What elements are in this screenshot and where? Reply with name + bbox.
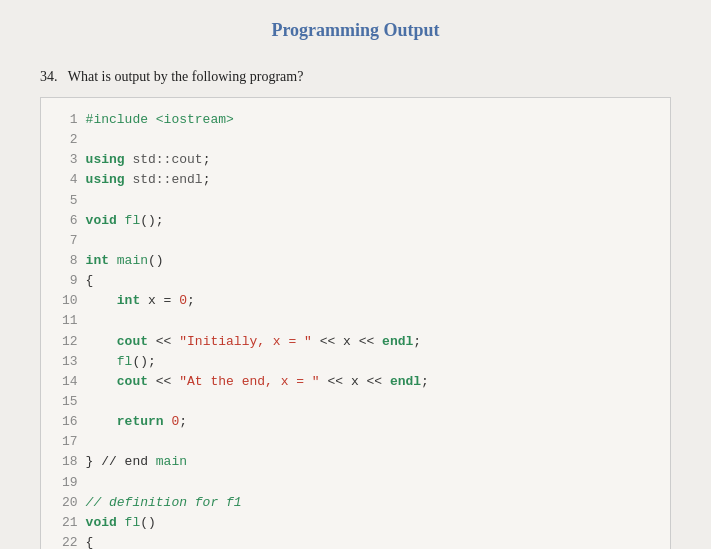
line-content: using std::cout; [82,150,670,170]
line-content: void fl(); [82,211,670,231]
code-block: 1#include <iostream>2 3using std::cout;4… [40,97,671,549]
table-row: 3using std::cout; [41,150,670,170]
table-row: 16 return 0; [41,412,670,432]
line-content: fl(); [82,352,670,372]
line-content [82,191,670,211]
line-number: 8 [41,251,82,271]
line-content: cout << "At the end, x = " << x << endl; [82,372,670,392]
table-row: 17 [41,432,670,452]
code-table: 1#include <iostream>2 3using std::cout;4… [41,110,670,549]
line-number: 7 [41,231,82,251]
line-content: return 0; [82,412,670,432]
table-row: 14 cout << "At the end, x = " << x << en… [41,372,670,392]
table-row: 19 [41,473,670,493]
page-title: Programming Output [40,20,671,41]
line-number: 2 [41,130,82,150]
line-content [82,432,670,452]
table-row: 15 [41,392,670,412]
line-number: 1 [41,110,82,130]
table-row: 20// definition for f1 [41,493,670,513]
line-number: 14 [41,372,82,392]
table-row: 11 [41,311,670,331]
line-content [82,130,670,150]
line-number: 20 [41,493,82,513]
line-number: 18 [41,452,82,472]
line-number: 15 [41,392,82,412]
table-row: 22{ [41,533,670,549]
line-number: 11 [41,311,82,331]
line-number: 10 [41,291,82,311]
question-container: 34. What is output by the following prog… [40,69,671,549]
line-number: 19 [41,473,82,493]
table-row: 9{ [41,271,670,291]
line-content: using std::endl; [82,170,670,190]
line-content: void fl() [82,513,670,533]
line-content: int x = 0; [82,291,670,311]
table-row: 7 [41,231,670,251]
line-number: 3 [41,150,82,170]
line-content [82,311,670,331]
line-number: 17 [41,432,82,452]
line-content [82,473,670,493]
line-content: #include <iostream> [82,110,670,130]
line-content: { [82,533,670,549]
line-content: // definition for f1 [82,493,670,513]
question-text: 34. What is output by the following prog… [40,69,671,85]
line-content: cout << "Initially, x = " << x << endl; [82,332,670,352]
line-number: 6 [41,211,82,231]
line-number: 12 [41,332,82,352]
table-row: 10 int x = 0; [41,291,670,311]
table-row: 1#include <iostream> [41,110,670,130]
table-row: 4using std::endl; [41,170,670,190]
line-number: 16 [41,412,82,432]
line-number: 21 [41,513,82,533]
line-number: 4 [41,170,82,190]
line-number: 13 [41,352,82,372]
line-number: 5 [41,191,82,211]
table-row: 8int main() [41,251,670,271]
table-row: 2 [41,130,670,150]
table-row: 13 fl(); [41,352,670,372]
line-content [82,392,670,412]
table-row: 21void fl() [41,513,670,533]
table-row: 6void fl(); [41,211,670,231]
line-content [82,231,670,251]
line-content: } // end main [82,452,670,472]
line-content: int main() [82,251,670,271]
table-row: 5 [41,191,670,211]
line-number: 9 [41,271,82,291]
table-row: 12 cout << "Initially, x = " << x << end… [41,332,670,352]
table-row: 18} // end main [41,452,670,472]
line-number: 22 [41,533,82,549]
line-content: { [82,271,670,291]
